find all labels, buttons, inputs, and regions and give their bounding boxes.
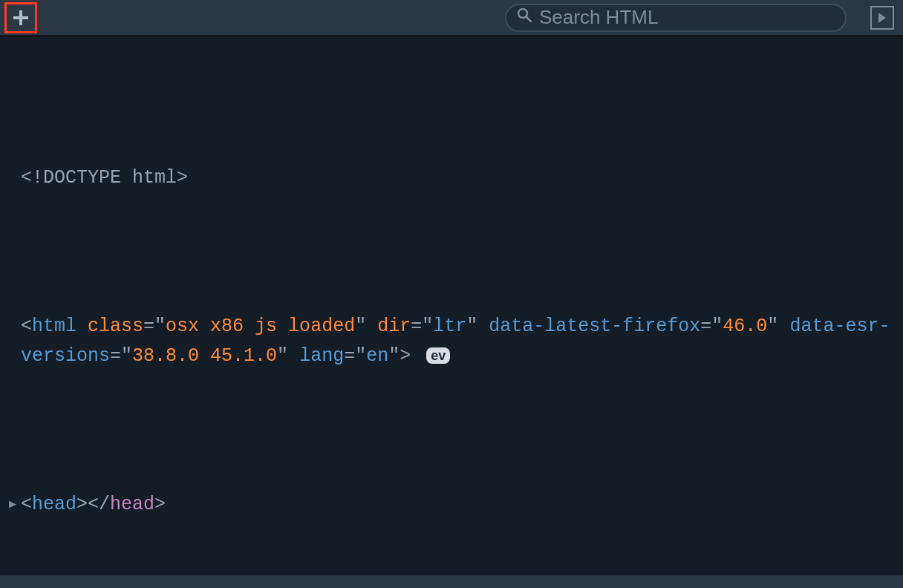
- eq: =: [700, 316, 711, 337]
- search-html-box[interactable]: [505, 4, 847, 32]
- eq: =: [143, 316, 154, 337]
- head-line[interactable]: ▸ <head></head>: [0, 490, 903, 520]
- attr-name: lang: [299, 345, 344, 367]
- a: >: [76, 494, 88, 515]
- twisty-collapsed[interactable]: ▸: [4, 490, 21, 520]
- q: ": [422, 316, 433, 337]
- q: ": [154, 316, 166, 337]
- a: >: [154, 494, 166, 515]
- attr-val: ltr: [433, 316, 466, 337]
- eq: =: [411, 316, 422, 337]
- attr-val: en: [366, 345, 388, 367]
- svg-line-3: [527, 17, 531, 22]
- q: ": [466, 316, 477, 337]
- q: ": [355, 345, 366, 367]
- angle-close: >: [400, 345, 411, 367]
- a: <: [21, 494, 32, 515]
- html-open-line[interactable]: ▸ <html class="osx x86 js loaded" dir="l…: [0, 312, 903, 371]
- q: ": [277, 345, 288, 367]
- html-tag: html: [32, 316, 76, 337]
- q: ": [767, 316, 778, 337]
- search-input[interactable]: [538, 5, 835, 30]
- q: ": [355, 316, 366, 337]
- q: ": [711, 316, 723, 337]
- a: </: [88, 494, 110, 515]
- svg-rect-1: [13, 16, 28, 19]
- angle-open: <: [21, 316, 32, 337]
- toggle-pane-button[interactable]: [870, 6, 894, 30]
- eq: =: [344, 345, 355, 367]
- horizontal-scrollbar[interactable]: [0, 575, 903, 588]
- head-open: head: [32, 494, 76, 515]
- toggle-pane-icon: [877, 11, 887, 24]
- add-node-button[interactable]: [4, 2, 37, 33]
- attr-name: data-latest-firefox: [489, 316, 700, 337]
- markup-tree[interactable]: ▸ <!DOCTYPE html> ▸ <html class="osx x86…: [0, 37, 903, 588]
- eq: =: [110, 345, 121, 367]
- q: ": [121, 345, 132, 367]
- attr-val: 38.8.0 45.1.0: [132, 345, 277, 367]
- attr-val: osx x86 js loaded: [166, 316, 355, 337]
- attr-val: 46.0: [723, 316, 767, 337]
- doctype-text: <!DOCTYPE html>: [21, 167, 188, 189]
- attr-name: dir: [377, 316, 411, 337]
- doctype-line[interactable]: ▸ <!DOCTYPE html>: [0, 163, 903, 193]
- svg-marker-4: [878, 13, 886, 23]
- inspector-toolbar: [0, 0, 903, 37]
- q: ": [388, 345, 400, 367]
- head-close: head: [110, 494, 154, 515]
- search-icon: [517, 7, 532, 28]
- attr-name: class: [88, 316, 143, 337]
- event-badge[interactable]: ev: [426, 347, 450, 364]
- plus-icon: [13, 10, 29, 26]
